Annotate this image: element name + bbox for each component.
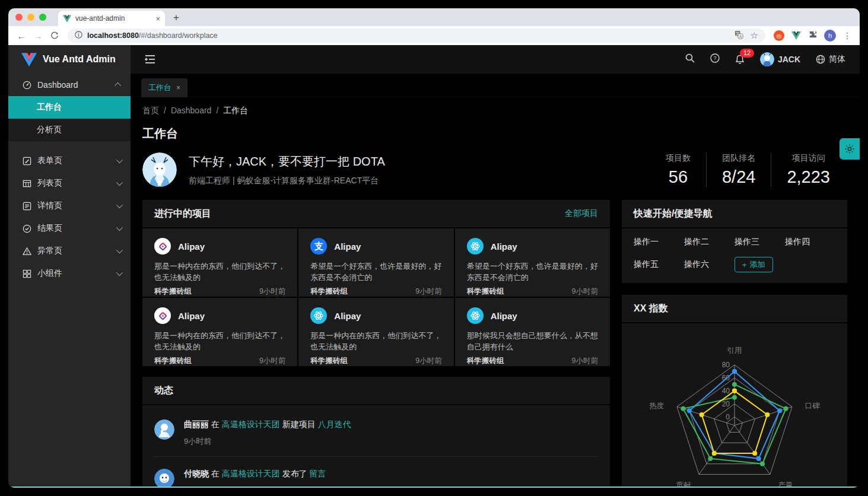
reload-button[interactable] [47,28,62,43]
chevron-down-icon [116,224,123,231]
project-card[interactable]: Alipay那是一种内在的东西，他们到达不了，也无法触及的科学搬砖组9小时前 [142,228,297,297]
sidebar-item-analysis[interactable]: 分析页 [8,119,131,141]
vue-antd-admin-logo-icon [21,53,37,66]
quicknav-link-2[interactable]: 操作二 [684,237,735,247]
close-page-tab-icon[interactable]: × [176,84,180,92]
close-window-button[interactable] [15,14,23,21]
sidebar-item-detail[interactable]: 详情页 [8,195,131,217]
radar-chart: 020406080引用口碑产量贡献热度 [622,330,847,488]
all-projects-link[interactable]: 全部项目 [565,208,598,219]
page-tabbar: 工作台 × [131,74,860,97]
minimize-window-button[interactable] [27,14,34,21]
svg-text:?: ? [713,55,716,61]
maximize-window-button[interactable] [39,14,46,21]
page-tab-label: 工作台 [148,82,171,93]
quicknav-link-3[interactable]: 操作三 [735,237,785,247]
vue-favicon-icon [63,15,71,23]
forward-button[interactable]: → [31,28,45,43]
activity-target-link[interactable]: 八月迭代 [318,419,351,429]
sidebar-item-workplace[interactable]: 工作台 [8,96,131,119]
project-desc: 那是一种内在的东西，他们到达不了，也无法触及的 [310,330,441,352]
translate-icon[interactable]: 文A [735,30,743,42]
project-group-link[interactable]: 科学搬砖组 [154,356,192,366]
project-group-link[interactable]: 科学搬砖组 [467,356,504,366]
table-icon [23,179,31,188]
project-card[interactable]: Alipay那时候我只会想自己想要什么，从不想自己拥有什么科学搬砖组9小时前 [455,298,610,366]
sidebar-item-exception[interactable]: 异常页 [8,240,131,262]
bookmark-star-icon[interactable]: ☆ [751,30,758,41]
app-logo[interactable]: Vue Antd Admin [8,45,131,74]
page-tab-workplace[interactable]: 工作台 × [141,78,187,97]
project-card[interactable]: 支Alipay希望是一个好东西，也许是最好的，好东西是不会消亡的科学搬砖组9小时… [298,228,453,297]
chevron-down-icon [116,269,123,276]
project-name[interactable]: Alipay [178,311,205,321]
atom-logo-icon [467,238,484,255]
sidebar-item-list[interactable]: 列表页 [8,172,131,195]
notifications-bell-icon[interactable]: 12 [735,55,745,65]
sidebar-item-form[interactable]: 表单页 [8,150,131,172]
quicknav-link-6[interactable]: 操作六 [684,259,735,270]
project-card[interactable]: Alipay那是一种内在的东西，他们到达不了，也无法触及的科学搬砖组9小时前 [142,298,297,366]
project-group-link[interactable]: 科学搬砖组 [154,287,192,297]
extensions-puzzle-icon[interactable] [808,30,817,42]
project-card[interactable]: Alipay希望是一个好东西，也许是最好的，好东西是不会消亡的科学搬砖组9小时前 [455,228,610,297]
atom-logo-icon [310,307,327,324]
project-name[interactable]: Alipay [491,241,517,252]
activity-user[interactable]: 付晓晓 [184,469,209,478]
breadcrumb-home[interactable]: 首页 [142,106,159,116]
sidebar-item-dashboard[interactable]: Dashboard [8,74,131,96]
search-icon[interactable] [685,53,695,65]
activity-title: 动态 [154,384,598,397]
quicknav-link-1[interactable]: 操作一 [634,237,684,247]
sidebar-item-components[interactable]: 小组件 [8,262,131,285]
main-area: 工作台 × 首页 / Dashboard / 工作台 工作台 [131,74,860,488]
project-name[interactable]: Alipay [178,241,205,252]
antd-logo-icon [154,238,171,255]
atom-logo-icon [467,307,484,324]
breadcrumb-current: 工作台 [223,106,248,116]
activity-group-link[interactable]: 高逼格设计天团 [222,419,280,429]
activity-group-link[interactable]: 高逼格设计天团 [222,469,280,478]
quicknav-card: 快速开始/便捷导航 操作一 操作二 操作三 操作四 操作五 操作六 + [622,200,847,283]
projects-card: 进行中的项目 全部项目 Alipay那是一种内在的东西，他们到达不了，也无法触及… [142,200,610,366]
settings-drawer-button[interactable] [840,138,860,160]
back-button[interactable]: ← [14,28,28,43]
vue-devtools-icon[interactable] [791,31,801,40]
project-name[interactable]: Alipay [334,241,361,252]
antd-logo-icon [154,307,171,324]
url-bar[interactable]: localhost:8080/#/dashboard/workplace 文A … [68,28,765,43]
breadcrumb: 首页 / Dashboard / 工作台 [142,106,845,116]
help-icon[interactable]: ? [710,53,720,65]
chrome-profile-avatar[interactable]: h [824,30,836,42]
project-name[interactable]: Alipay [334,311,361,321]
chevron-down-icon [116,157,123,163]
project-name[interactable]: Alipay [491,311,517,321]
project-group-link[interactable]: 科学搬砖组 [467,287,504,297]
chrome-menu-icon[interactable]: ⋮ [843,31,851,40]
extension-orange-icon[interactable]: ◎ [774,30,784,41]
project-desc: 希望是一个好东西，也许是最好的，好东西是不会消亡的 [310,260,441,283]
add-button[interactable]: + 添加 [735,257,773,272]
project-group-link[interactable]: 科学搬砖组 [310,287,348,297]
breadcrumb-dashboard[interactable]: Dashboard [171,106,212,116]
svg-text:80: 80 [722,361,730,369]
chevron-down-icon [116,179,123,186]
project-time: 9小时前 [572,287,598,297]
sidebar-item-result[interactable]: 结果页 [8,217,131,240]
menu-fold-icon[interactable] [145,55,155,64]
quicknav-link-4[interactable]: 操作四 [785,237,835,247]
project-card[interactable]: Alipay那是一种内在的东西，他们到达不了，也无法触及的科学搬砖组9小时前 [298,298,453,366]
activity-target-link[interactable]: 留言 [310,469,326,478]
activity-user[interactable]: 曲丽丽 [184,419,209,429]
user-menu[interactable]: JACK [760,52,800,66]
project-group-link[interactable]: 科学搬砖组 [310,356,348,366]
new-tab-button[interactable]: + [165,12,187,26]
quicknav-link-5[interactable]: 操作五 [634,259,684,270]
page-info-icon[interactable] [75,30,82,41]
close-tab-icon[interactable]: × [155,14,160,23]
language-switcher[interactable]: 简体 [816,54,845,65]
plus-icon: + [742,260,747,269]
user-avatar-large [142,152,177,187]
project-desc: 那时候我只会想自己想要什么，从不想自己拥有什么 [467,330,598,352]
browser-tab[interactable]: vue-antd-admin × [58,11,165,26]
